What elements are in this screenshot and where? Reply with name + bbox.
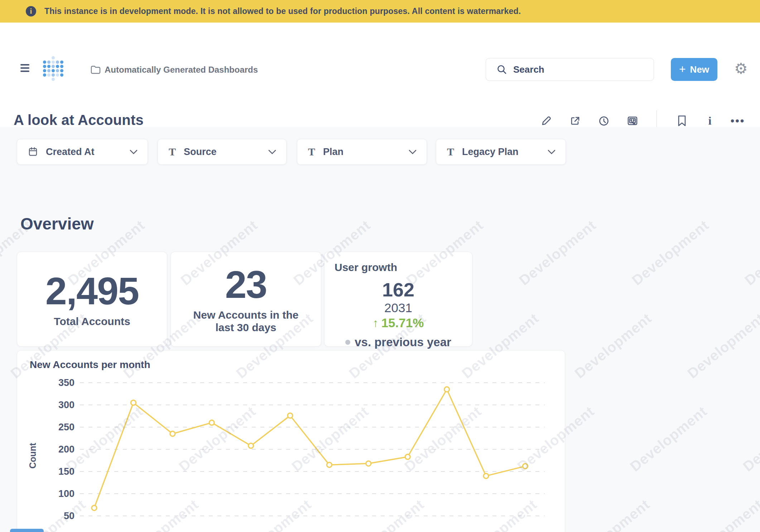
user-growth-percent: 15.71% bbox=[381, 315, 424, 330]
text-filter-icon: T bbox=[308, 146, 315, 158]
bookmark-icon[interactable] bbox=[675, 114, 689, 128]
user-growth-secondary: 2031 bbox=[384, 300, 412, 315]
calendar-icon bbox=[28, 147, 38, 157]
dev-mode-banner: i This instance is in development mode. … bbox=[0, 0, 760, 23]
arrow-up-icon: ↑ bbox=[373, 316, 379, 330]
new-button[interactable]: + New bbox=[671, 58, 717, 81]
metabase-logo[interactable] bbox=[42, 55, 64, 81]
svg-text:100: 100 bbox=[58, 488, 74, 499]
new-accounts-label: New Accounts in the last 30 days bbox=[185, 309, 307, 334]
svg-text:Count: Count bbox=[28, 442, 38, 469]
app-header: Automatically Generated Dashboards Searc… bbox=[0, 23, 760, 127]
dashboard-actions: i ••• bbox=[0, 114, 760, 128]
clock-history-icon[interactable] bbox=[597, 114, 611, 128]
metabot-icon[interactable] bbox=[625, 114, 640, 128]
card-total-accounts[interactable]: 2,495 Total Accounts bbox=[17, 252, 167, 347]
svg-text:150: 150 bbox=[58, 466, 74, 477]
text-filter-icon: T bbox=[169, 146, 176, 158]
user-growth-title: User growth bbox=[335, 261, 397, 274]
text-filter-icon: T bbox=[447, 146, 454, 158]
dev-mode-banner-text: This instance is in development mode. It… bbox=[44, 0, 521, 23]
filter-source[interactable]: T Source bbox=[158, 139, 287, 165]
app-window: i This instance is in development mode. … bbox=[0, 0, 760, 532]
breadcrumb[interactable]: Automatically Generated Dashboards bbox=[105, 65, 258, 75]
info-icon-button[interactable]: i bbox=[703, 114, 717, 128]
chevron-down-icon bbox=[548, 150, 555, 154]
chevron-down-icon bbox=[409, 150, 417, 154]
settings-gear-icon[interactable]: ⚙ bbox=[734, 61, 748, 76]
sidebar-toggle-icon[interactable] bbox=[20, 64, 29, 72]
card-new-accounts[interactable]: 23 New Accounts in the last 30 days bbox=[170, 252, 321, 347]
svg-text:350: 350 bbox=[58, 377, 74, 388]
svg-text:50: 50 bbox=[64, 511, 74, 521]
filter-legacy-plan[interactable]: T Legacy Plan bbox=[436, 139, 566, 165]
comparison-dot-icon bbox=[345, 340, 350, 345]
user-growth-value: 162 bbox=[382, 279, 414, 300]
folder-icon bbox=[91, 66, 101, 74]
user-growth-comparison: vs. previous year bbox=[355, 335, 451, 349]
edit-pencil-icon[interactable] bbox=[539, 114, 553, 128]
info-icon: i bbox=[26, 6, 36, 16]
total-accounts-value: 2,495 bbox=[45, 271, 139, 311]
line-chart-svg[interactable]: 35030025020015010050Count bbox=[17, 350, 566, 532]
dashboard-content: Created At T Source T Plan T Legacy Plan… bbox=[0, 127, 760, 532]
bottom-cutoff-button[interactable] bbox=[10, 529, 44, 532]
new-accounts-value: 23 bbox=[225, 264, 266, 305]
card-new-accounts-per-month[interactable]: New Accounts per month 35030025020015010… bbox=[17, 350, 565, 532]
section-heading: Overview bbox=[20, 214, 94, 233]
filter-plan[interactable]: T Plan bbox=[297, 139, 427, 165]
chevron-down-icon bbox=[268, 150, 276, 154]
svg-text:250: 250 bbox=[58, 422, 74, 432]
chevron-down-icon bbox=[130, 150, 138, 154]
plus-icon: + bbox=[679, 63, 686, 75]
search-placeholder: Search bbox=[513, 64, 544, 75]
share-export-icon[interactable] bbox=[568, 114, 582, 128]
svg-text:200: 200 bbox=[58, 444, 74, 455]
card-user-growth[interactable]: User growth 162 2031 ↑ 15.71% vs. previo… bbox=[324, 252, 472, 347]
search-icon bbox=[497, 64, 507, 74]
total-accounts-label: Total Accounts bbox=[54, 315, 130, 328]
filter-created-at[interactable]: Created At bbox=[17, 139, 148, 165]
search-input[interactable]: Search bbox=[486, 58, 654, 81]
svg-text:300: 300 bbox=[58, 400, 74, 410]
more-options-icon[interactable]: ••• bbox=[731, 114, 745, 128]
